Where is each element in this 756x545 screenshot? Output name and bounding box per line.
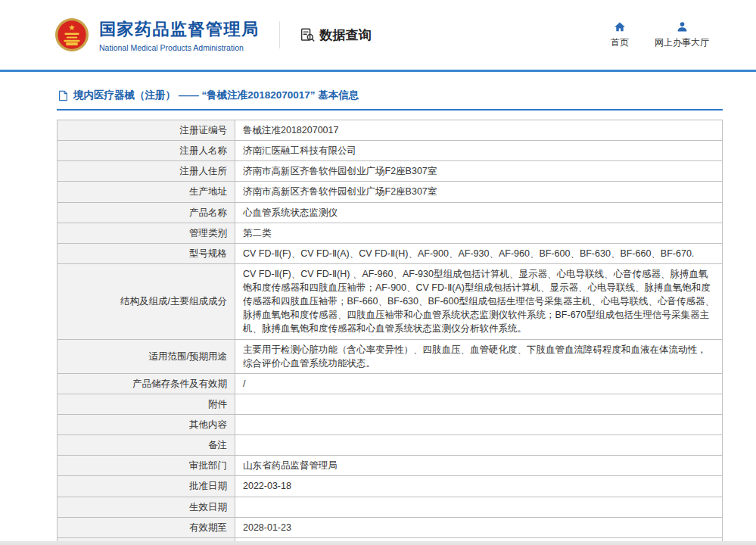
main-content: 境内医疗器械（注册） —— “鲁械注准20182070017” 基本信息 注册证… bbox=[0, 72, 756, 545]
row-value: 济南汇医融工科技有限公司 bbox=[235, 141, 723, 161]
document-icon bbox=[58, 90, 68, 101]
nav-home-label: 首页 bbox=[611, 36, 629, 49]
org-name-cn: 国家药品监督管理局 bbox=[99, 18, 260, 41]
page-title: 境内医疗器械（注册） —— “鲁械注准20182070017” 基本信息 bbox=[57, 87, 723, 111]
row-label: 型号规格 bbox=[58, 243, 235, 263]
footer-strip bbox=[0, 541, 756, 545]
row-label: 附件 bbox=[58, 394, 235, 414]
row-value bbox=[235, 497, 723, 517]
nav-data-query-label: 数据查询 bbox=[320, 26, 372, 44]
table-row: 备注 bbox=[58, 435, 723, 456]
row-value bbox=[235, 415, 723, 435]
info-table: 注册证编号鲁械注准20182070017注册人名称济南汇医融工科技有限公司注册人… bbox=[57, 120, 723, 545]
row-label: 注册人名称 bbox=[58, 141, 235, 161]
row-value: CV FD-Ⅱ(F)、CV FD-Ⅱ(A)、CV FD-Ⅱ(H)、AF-900、… bbox=[235, 243, 723, 263]
org-name-en: National Medical Products Administration bbox=[99, 43, 260, 52]
nav-service-hall[interactable]: 网上办事大厅 bbox=[655, 21, 709, 49]
row-value: / bbox=[235, 373, 723, 394]
table-row: 其他内容 bbox=[58, 415, 723, 435]
org-name-block: 国家药品监督管理局 National Medical Products Admi… bbox=[99, 18, 260, 52]
row-value: 2022-03-18 bbox=[235, 476, 723, 497]
table-row: 附件 bbox=[58, 394, 723, 414]
row-label: 生效日期 bbox=[58, 497, 235, 517]
row-label: 产品名称 bbox=[58, 202, 235, 223]
table-row: 适用范围/预期用途主要用于检测心脏功能（含心率变异性）、四肢血压、血管硬化度、下… bbox=[58, 339, 723, 373]
row-label: 注册证编号 bbox=[58, 120, 235, 141]
row-value: 山东省药品监督管理局 bbox=[235, 456, 723, 476]
row-value: 主要用于检测心脏功能（含心率变异性）、四肢血压、血管硬化度、下肢血管血流障碍程度… bbox=[235, 339, 723, 373]
table-row: 注册人住所济南市高新区齐鲁软件园创业广场F2座B307室 bbox=[58, 161, 723, 182]
row-label: 审批部门 bbox=[58, 456, 235, 476]
table-row: 生产地址济南市高新区齐鲁软件园创业广场F2座B307室 bbox=[58, 182, 723, 202]
table-row: 注册证编号鲁械注准20182070017 bbox=[58, 120, 723, 141]
nav-data-query[interactable]: 数据查询 bbox=[300, 26, 372, 44]
header-nav: 首页 网上办事大厅 bbox=[611, 21, 709, 49]
table-row: 批准日期2022-03-18 bbox=[58, 476, 723, 497]
national-emblem-logo: ★ bbox=[54, 17, 89, 52]
header-divider bbox=[279, 21, 280, 48]
nav-service-hall-label: 网上办事大厅 bbox=[655, 36, 709, 49]
table-row: 产品储存条件及有效期/ bbox=[58, 373, 723, 394]
row-value: 济南市高新区齐鲁软件园创业广场F2座B307室 bbox=[235, 182, 723, 202]
row-label: 注册人住所 bbox=[58, 161, 235, 182]
row-label: 批准日期 bbox=[58, 476, 235, 497]
row-label: 管理类别 bbox=[58, 223, 235, 243]
svg-text:★: ★ bbox=[68, 23, 75, 32]
nav-home[interactable]: 首页 bbox=[611, 21, 629, 49]
header-brand: ★ 国家药品监督管理局 National Medical Products Ad… bbox=[54, 17, 372, 52]
table-row: 审批部门山东省药品监督管理局 bbox=[58, 456, 723, 476]
row-value: 济南市高新区齐鲁软件园创业广场F2座B307室 bbox=[235, 161, 723, 182]
row-value: 2028-01-23 bbox=[235, 517, 723, 537]
row-value: 心血管系统状态监测仪 bbox=[235, 202, 723, 223]
row-label: 有效期至 bbox=[58, 517, 235, 537]
info-table-body: 注册证编号鲁械注准20182070017注册人名称济南汇医融工科技有限公司注册人… bbox=[58, 120, 723, 545]
site-header: ★ 国家药品监督管理局 National Medical Products Ad… bbox=[0, 0, 756, 70]
page: ★ 国家药品监督管理局 National Medical Products Ad… bbox=[0, 0, 756, 545]
home-icon bbox=[614, 21, 626, 33]
table-row: 产品名称心血管系统状态监测仪 bbox=[58, 202, 723, 223]
table-row: 有效期至2028-01-23 bbox=[58, 517, 723, 537]
row-value: CV FD-Ⅱ(F)、CV FD-Ⅱ(H) 、AF-960、AF-930型组成包… bbox=[235, 263, 723, 339]
table-row: 型号规格CV FD-Ⅱ(F)、CV FD-Ⅱ(A)、CV FD-Ⅱ(H)、AF-… bbox=[58, 243, 723, 263]
row-label: 生产地址 bbox=[58, 182, 235, 202]
table-row: 注册人名称济南汇医融工科技有限公司 bbox=[58, 141, 723, 161]
row-label: 结构及组成/主要组成成分 bbox=[58, 263, 235, 339]
table-row: 生效日期 bbox=[58, 497, 723, 517]
row-value: 第二类 bbox=[235, 223, 723, 243]
table-row: 管理类别第二类 bbox=[58, 223, 723, 243]
row-value: 鲁械注准20182070017 bbox=[235, 120, 723, 141]
page-title-text: 境内医疗器械（注册） —— “鲁械注准20182070017” 基本信息 bbox=[73, 89, 359, 102]
row-label: 其他内容 bbox=[58, 415, 235, 435]
table-row: 结构及组成/主要组成成分CV FD-Ⅱ(F)、CV FD-Ⅱ(H) 、AF-96… bbox=[58, 263, 723, 339]
user-icon bbox=[677, 21, 688, 33]
row-label: 适用范围/预期用途 bbox=[58, 339, 235, 373]
row-value bbox=[235, 435, 723, 456]
row-label: 备注 bbox=[58, 435, 235, 456]
document-search-icon bbox=[300, 27, 316, 43]
row-value bbox=[235, 394, 723, 414]
row-label: 产品储存条件及有效期 bbox=[58, 373, 235, 394]
